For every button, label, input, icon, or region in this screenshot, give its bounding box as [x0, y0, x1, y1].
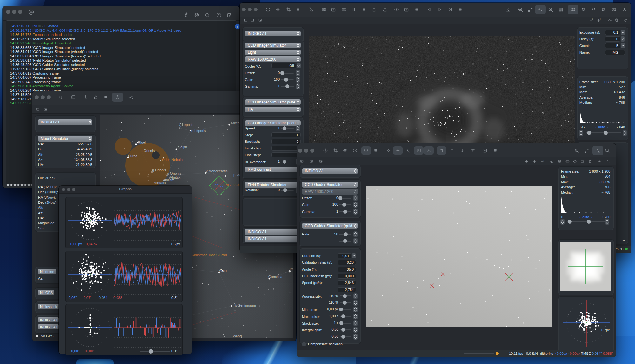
svg-text:2: 2	[600, 18, 601, 20]
svg-text:1: 1	[536, 159, 537, 161]
svg-text:1: 1	[592, 18, 593, 20]
svg-text:2: 2	[543, 159, 544, 161]
